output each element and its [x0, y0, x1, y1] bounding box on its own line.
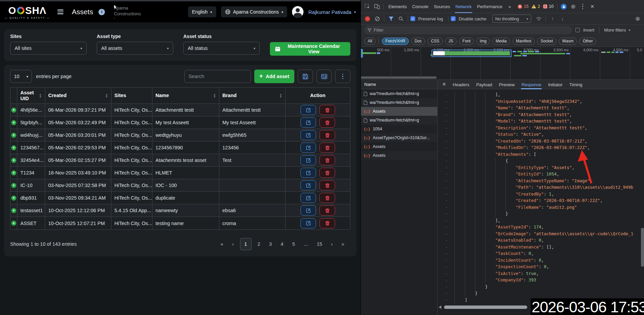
timeline-scrollbar[interactable]	[361, 76, 437, 79]
fold-marker[interactable]: -	[438, 138, 451, 145]
device-toolbar-icon[interactable]	[372, 2, 381, 11]
request-row[interactable]: {;}Assets	[361, 151, 437, 160]
fold-marker[interactable]: -	[438, 290, 451, 297]
request-row[interactable]: {;}AssetTypes?OrgId=310&Sor...	[361, 133, 437, 142]
page-item-5[interactable]: 5	[292, 241, 295, 247]
add-asset-button[interactable]: + Add asset	[254, 70, 294, 83]
expand-row-icon[interactable]: +	[11, 208, 16, 213]
column-header-asset-uid[interactable]: Asset UID▲▼	[17, 88, 45, 104]
export-har-icon[interactable]: ↓	[558, 14, 567, 23]
network-settings-gear-icon[interactable]	[633, 14, 642, 23]
fold-marker[interactable]: -	[438, 118, 451, 125]
more-tabs-button[interactable]: »	[506, 0, 514, 13]
column-view-button[interactable]	[316, 70, 332, 83]
fold-marker[interactable]: -	[438, 230, 451, 237]
sites-filter-select[interactable]: All sites ▾	[10, 42, 87, 55]
scroll-left-arrow-icon[interactable]	[439, 305, 441, 309]
expand-row-icon[interactable]: +	[11, 221, 16, 226]
request-row[interactable]: wa/?medium=fetch&fmt=g	[361, 89, 437, 98]
filter-chip-fetchxhr[interactable]: Fetch/XHR	[382, 38, 409, 45]
filter-chip-font[interactable]: Font	[459, 38, 474, 45]
delete-asset-button[interactable]	[319, 105, 335, 115]
page-item-...[interactable]: ...	[304, 241, 308, 247]
horizontal-scrollbar-thumb[interactable]	[444, 305, 527, 309]
fold-marker[interactable]: -	[438, 191, 451, 198]
user-menu[interactable]: Rajkumar Pativada ▾	[308, 9, 356, 15]
company-select[interactable]: Aparna Constructions ▾	[221, 6, 288, 17]
fold-marker[interactable]: -	[438, 197, 451, 204]
request-row[interactable]: wa/?medium=fetch&fmt=g	[361, 116, 437, 125]
column-header-name[interactable]: Name▲▼	[152, 88, 219, 104]
expand-row-icon[interactable]: +	[11, 170, 16, 175]
filter-chip-css[interactable]: CSS	[427, 38, 443, 45]
column-header-created[interactable]: Created▲▼	[45, 88, 111, 104]
filter-chip-doc[interactable]: Doc	[411, 38, 425, 45]
edit-asset-button[interactable]	[300, 180, 316, 190]
record-network-log-icon[interactable]	[363, 14, 372, 23]
page-item-2[interactable]: 2	[258, 241, 260, 247]
preserve-log-checkbox[interactable]: ✓	[410, 16, 415, 21]
edit-asset-button[interactable]	[300, 143, 316, 153]
devtools-tab-network[interactable]: Network	[453, 0, 475, 13]
edit-asset-button[interactable]	[300, 117, 316, 128]
detail-tab-timing[interactable]: Timing	[566, 80, 586, 89]
more-options-button[interactable]	[335, 70, 350, 83]
fold-marker[interactable]: -	[438, 178, 451, 184]
request-list-header[interactable]: Name	[361, 80, 437, 89]
info-icon[interactable]: i	[98, 9, 105, 15]
extension-icon[interactable]	[559, 2, 568, 11]
fold-marker[interactable]: -	[438, 91, 451, 98]
fold-marker[interactable]: -	[438, 257, 451, 264]
filter-chip-wasm[interactable]: Wasm	[559, 38, 577, 45]
fold-marker[interactable]: -	[438, 204, 451, 211]
fold-marker[interactable]: -	[438, 151, 451, 158]
page-item-»[interactable]: »	[342, 241, 344, 247]
network-conditions-icon[interactable]	[534, 14, 543, 23]
expand-row-icon[interactable]: +	[11, 158, 16, 163]
hamburger-menu-icon[interactable]	[57, 10, 63, 14]
edit-asset-button[interactable]	[300, 105, 316, 115]
fold-marker[interactable]: -	[438, 144, 451, 151]
detail-tab-initiator[interactable]: Initiator	[545, 80, 566, 89]
detail-tab-headers[interactable]: Headers	[449, 80, 473, 89]
asset-type-filter-select[interactable]: All assets ▾	[97, 42, 173, 55]
fold-marker[interactable]: -	[438, 98, 451, 105]
edit-asset-button[interactable]	[300, 193, 316, 203]
request-row[interactable]: {;}Assets	[361, 142, 437, 151]
edit-asset-button[interactable]	[300, 218, 316, 228]
fold-marker[interactable]: -	[438, 297, 451, 303]
page-item-4[interactable]: 4	[281, 241, 283, 247]
filter-chip-img[interactable]: Img	[476, 38, 490, 45]
fold-marker[interactable]: -	[438, 217, 451, 224]
language-select[interactable]: English ▾	[188, 6, 216, 17]
fold-marker[interactable]: -	[438, 224, 451, 230]
devtools-tab-sources[interactable]: Sources	[431, 0, 453, 13]
fold-marker[interactable]: -	[438, 237, 451, 244]
network-filter-input[interactable]	[374, 27, 569, 33]
devtools-tab-elements[interactable]: Elements	[386, 0, 409, 13]
throttling-select[interactable]: No throttling ▾	[492, 15, 531, 23]
filter-funnel-icon[interactable]	[387, 14, 395, 23]
fold-marker[interactable]: -	[438, 244, 451, 251]
fold-marker[interactable]: -	[438, 184, 451, 191]
fold-marker[interactable]: -	[438, 263, 451, 270]
inspect-element-icon[interactable]	[363, 2, 372, 11]
asset-status-filter-select[interactable]: All status ▾	[183, 42, 260, 55]
fold-marker[interactable]: -	[438, 125, 451, 131]
close-details-icon[interactable]: ×	[439, 81, 449, 88]
clear-network-log-icon[interactable]	[373, 14, 382, 23]
fold-marker[interactable]: -	[438, 131, 451, 138]
filter-chip-js[interactable]: JS	[445, 38, 457, 45]
edit-asset-button[interactable]	[300, 168, 316, 178]
delete-asset-button[interactable]	[319, 180, 335, 190]
page-item-1[interactable]: 1	[240, 238, 252, 250]
fold-marker[interactable]: -	[438, 270, 451, 277]
expand-row-icon[interactable]: +	[11, 133, 16, 138]
fold-marker[interactable]: -	[438, 283, 451, 290]
edit-asset-button[interactable]	[300, 155, 316, 165]
request-row[interactable]: {;}Assets	[361, 107, 437, 116]
detail-tab-payload[interactable]: Payload	[473, 80, 496, 89]
invert-checkbox[interactable]	[575, 28, 580, 32]
expand-row-icon[interactable]: +	[11, 196, 16, 201]
expand-row-icon[interactable]: +	[11, 183, 16, 188]
